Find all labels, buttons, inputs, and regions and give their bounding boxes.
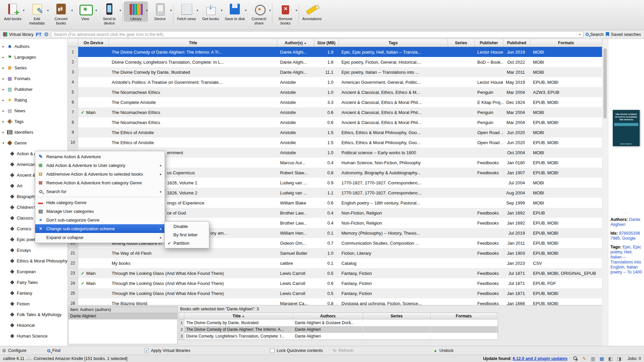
table-row[interactable]: 5The Nicomachean EthicsAristotle1.0Ancie… — [68, 87, 602, 97]
sidebar-item-identifiers[interactable]: ▸Identifiers — [0, 127, 67, 137]
table-row[interactable]: 21The Way of All FleshSamuel Butler1.0Fi… — [68, 248, 602, 258]
column-header-author-s[interactable]: Author(s)▲ — [277, 39, 314, 47]
dropdown-arrow-icon[interactable]: ▾ — [170, 9, 172, 12]
column-header-title[interactable]: Title — [109, 39, 277, 47]
chevron-right-icon[interactable]: ▸ — [2, 45, 5, 48]
search-button[interactable]: Search — [586, 32, 604, 37]
table-row[interactable]: 2Divine Comedy, Longfellow's Translation… — [68, 57, 602, 67]
search-history-dropdown-icon[interactable]: ▾ — [577, 33, 581, 36]
table-row[interactable]: 24✓MainThrough the Looking Glass (And Wh… — [68, 278, 602, 288]
sidebar-item-news[interactable]: ▸News — [0, 105, 67, 116]
toolbar-library[interactable]: ▾Library — [124, 1, 148, 22]
search-input[interactable]: Search (For advanced search click the ge… — [51, 31, 583, 38]
qv-column-header-formats[interactable]: Formats — [431, 313, 497, 319]
menu-item-add-remove-action-adventure-to-selected-books[interactable]: ⊟Add/remove Action & Adventure to select… — [35, 170, 165, 178]
dropdown-arrow-icon[interactable]: ▾ — [269, 9, 271, 12]
menu-item-remove-action-adventure-from-category-genre[interactable]: ⊠Remove Action & Adventure from category… — [35, 178, 165, 187]
sidebar-item-rating[interactable]: ▸Rating — [0, 95, 67, 105]
layout-quickview-icon[interactable] — [616, 356, 622, 361]
column-header-series[interactable]: Series — [448, 39, 475, 47]
toolbar-get-books[interactable]: ▾Get books — [199, 1, 223, 22]
saved-searches-button[interactable]: Saved searches — [606, 32, 641, 37]
chevron-right-icon[interactable]: ▸ — [2, 66, 5, 70]
menu-item-manage-user-categories[interactable]: ▤Manage User categories — [35, 207, 165, 216]
menu-item-don-t-sub-categorize-genre[interactable]: ×Don't sub-categorize Genre — [35, 216, 165, 224]
quickview-row[interactable]: 3Divine Comedy, Longfellow's Translation… — [179, 333, 498, 340]
dropdown-arrow-icon[interactable]: ▾ — [221, 9, 222, 12]
chevron-right-icon[interactable]: ▸ — [2, 77, 5, 80]
layout-book-details-icon[interactable] — [590, 356, 596, 361]
dropdown-arrow-icon[interactable]: ▾ — [71, 9, 73, 12]
table-row[interactable]: 22My bookscalibre0.1CatalogJan 2023CSV — [68, 258, 602, 268]
sidebar-genre-european[interactable]: European — [0, 266, 67, 277]
dropdown-arrow-icon[interactable]: ▾ — [146, 9, 148, 12]
column-header-published[interactable]: Published — [503, 39, 530, 47]
sidebar-genre-human-science[interactable]: Human Science — [0, 330, 67, 341]
qv-column-header-series[interactable]: Series — [363, 313, 431, 319]
table-row[interactable]: 1The Divine Comedy of Dante Alighieri: T… — [68, 47, 602, 57]
fulltext-search-button[interactable]: FT — [36, 32, 42, 37]
layout-cover-browser-icon[interactable] — [608, 356, 613, 361]
sidebar-genre-fairy-tales[interactable]: Fairy Tales — [0, 277, 67, 288]
quickview-row[interactable]: 2The Divine Comedy of Dante Alighieri: T… — [179, 326, 498, 333]
column-header-tags[interactable]: Tags — [339, 39, 448, 47]
toolbar-device[interactable]: ▾Device — [148, 1, 172, 22]
submenu-item-disable[interactable]: Disable — [165, 222, 209, 231]
details-splitter-handle[interactable]: ···· — [623, 211, 630, 215]
qv-column-header-title[interactable]: Title▲ — [184, 313, 293, 319]
chevron-right-icon[interactable]: ▸ — [2, 98, 5, 102]
menu-item-search-for[interactable]: Search for▸ — [35, 187, 165, 196]
table-row[interactable]: 8The Nicomachean EthicsAristotle0.6Ancie… — [68, 117, 602, 127]
layout-highlight-icon[interactable] — [582, 356, 587, 361]
layout-grid-icon[interactable] — [599, 356, 605, 361]
sidebar-genre-fantasy[interactable]: Fantasy — [0, 288, 67, 298]
qv-column-header-authors[interactable]: Authors — [293, 313, 363, 319]
table-row[interactable]: 3The Divine Comedy by Dante, Illustrated… — [68, 67, 602, 77]
toolbar-save-to-disk[interactable]: ▾Save to disk — [223, 1, 247, 22]
menu-item-add-action-adventure-to-user-category[interactable]: ⊞Add Action & Adventure to User category… — [35, 161, 165, 170]
menu-item-rename-action-adventure[interactable]: ✎Rename Action & Adventure — [35, 152, 165, 161]
table-row[interactable]: 4Aristotle's Politics: A Treatise on Gov… — [68, 77, 602, 87]
dropdown-arrow-icon[interactable]: ▾ — [119, 9, 121, 12]
sidebar-item-tags[interactable]: ▸Tags — [0, 116, 67, 127]
jobs-indicator[interactable]: Jobs: 0 — [628, 356, 641, 361]
update-link[interactable]: 6.12.0 and 2 plugin updates — [513, 356, 567, 361]
column-header-on-device[interactable]: On Device — [78, 39, 109, 47]
refresh-button[interactable]: ↻ Refresh — [333, 346, 354, 355]
chevron-down-icon[interactable]: ▾ — [2, 141, 5, 145]
vertical-scrollbar[interactable] — [602, 39, 607, 346]
quickview-splitter-handle[interactable]: ···· — [330, 302, 338, 306]
apply-virtual-libraries-checkbox[interactable]: ✓ Apply Virtual libraries — [144, 346, 190, 355]
column-header-size-mb[interactable]: Size (MB) — [314, 39, 339, 47]
search-options-gear-icon[interactable]: ⚙ — [44, 32, 49, 37]
chevron-right-icon[interactable]: ▸ — [2, 87, 5, 91]
virtual-library-button[interactable]: Virtual library — [3, 32, 34, 37]
chevron-right-icon[interactable]: ▸ — [2, 55, 5, 59]
toolbar-convert-books[interactable]: ▾Convert books — [49, 1, 73, 26]
toolbar-view[interactable]: ▾View — [73, 1, 97, 22]
dropdown-arrow-icon[interactable]: ▾ — [23, 9, 24, 12]
layout-search-icon[interactable] — [573, 356, 579, 361]
menu-item-hide-category-genre[interactable]: ▬Hide category Genre — [35, 198, 165, 207]
sidebar-item-publisher[interactable]: ▸Publisher — [0, 84, 67, 95]
sidebar-genre-folk-tales-mythology[interactable]: Folk Tales & Mythology — [0, 309, 67, 320]
undock-button[interactable]: ▲ Undock — [433, 346, 453, 355]
chevron-right-icon[interactable]: ▸ — [2, 130, 5, 134]
sidebar-item-languages[interactable]: ▸Languages — [0, 52, 67, 62]
column-header-publisher[interactable]: Publisher — [475, 39, 503, 47]
table-row[interactable]: 6The Complete AristotleAristotle3.3Ancie… — [68, 97, 602, 107]
chevron-right-icon[interactable]: ▸ — [2, 109, 5, 113]
table-row[interactable]: 9The Ethics of AristotleAristotle1.5Ethi… — [68, 127, 602, 137]
toolbar-add-books[interactable]: ▾Add books — [1, 1, 25, 22]
table-row[interactable]: 7✓MainThe Nicomachean EthicsAristotle0.6… — [68, 107, 602, 117]
chevron-right-icon[interactable]: ▸ — [2, 120, 5, 123]
dropdown-arrow-icon[interactable]: ▾ — [197, 9, 198, 12]
submenu-item-partition[interactable]: ✓Partition — [165, 239, 209, 247]
menu-item-change-sub-categorization-scheme[interactable]: ×Change sub-categorization scheme▸ — [35, 224, 165, 233]
sidebar-genre-essays[interactable]: Essays — [0, 245, 67, 255]
dropdown-arrow-icon[interactable]: ▾ — [47, 9, 49, 12]
dropdown-arrow-icon[interactable]: ▾ — [296, 9, 297, 12]
quickview-item[interactable]: Dante Alighieri — [68, 313, 177, 319]
toolbar-edit-metadata[interactable]: ▾Edit metadata — [25, 1, 49, 26]
sidebar-item-genre[interactable]: ▾Genre — [0, 137, 67, 148]
